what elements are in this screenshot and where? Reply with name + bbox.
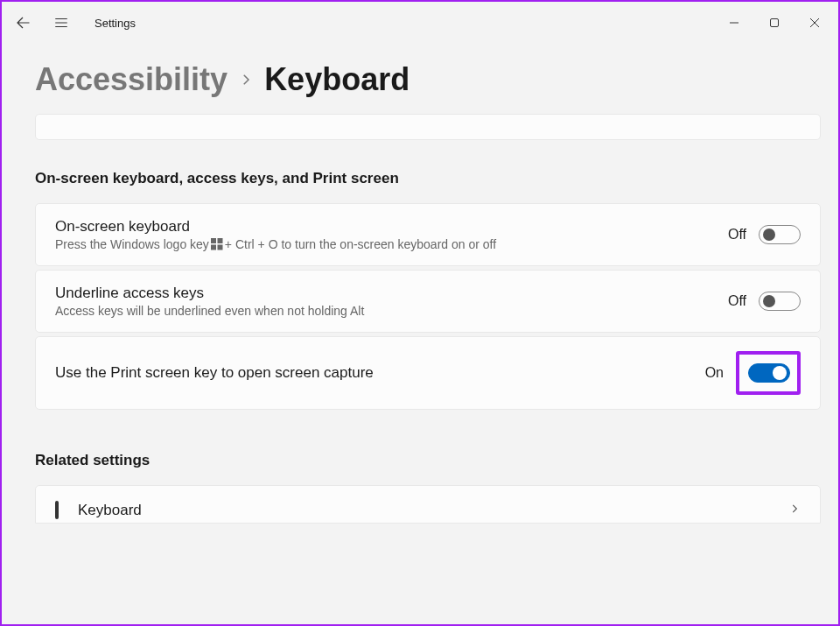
back-arrow-icon — [15, 15, 31, 31]
toggle-state-label: Off — [728, 227, 746, 243]
breadcrumb-parent[interactable]: Accessibility — [35, 61, 228, 98]
toggle-state-label: On — [705, 365, 724, 381]
breadcrumb: Accessibility Keyboard — [2, 44, 838, 107]
chevron-right-icon — [238, 72, 254, 88]
annotation-highlight — [736, 351, 801, 395]
svg-rect-1 — [211, 238, 216, 243]
window-close-button[interactable] — [794, 2, 835, 44]
setting-title: On-screen keyboard — [55, 218, 496, 236]
breadcrumb-current: Keyboard — [264, 61, 410, 98]
setting-description: Press the Windows logo key + Ctrl + O to… — [55, 237, 496, 251]
setting-description: Access keys will be underlined even when… — [55, 304, 364, 318]
hamburger-icon — [53, 15, 69, 31]
titlebar: Settings — [2, 2, 838, 44]
app-title: Settings — [94, 17, 136, 30]
close-icon — [809, 18, 820, 28]
content-area: On-screen keyboard, access keys, and Pri… — [2, 107, 838, 624]
setting-print-screen-capture: Use the Print screen key to open screen … — [35, 336, 821, 410]
window-minimize-button[interactable] — [714, 2, 754, 44]
related-setting-keyboard[interactable]: Keyboard — [35, 485, 821, 524]
window-maximize-button[interactable] — [754, 2, 794, 44]
previous-card-edge — [35, 114, 821, 140]
maximize-icon — [769, 18, 780, 28]
setting-title: Underline access keys — [55, 285, 364, 302]
related-setting-label: Keyboard — [78, 502, 142, 519]
back-button[interactable] — [5, 5, 40, 40]
setting-title: Use the Print screen key to open screen … — [55, 364, 374, 382]
svg-rect-4 — [217, 245, 222, 250]
setting-on-screen-keyboard: On-screen keyboard Press the Windows log… — [35, 203, 821, 266]
toggle-state-label: Off — [728, 293, 746, 309]
toggle-on-screen-keyboard[interactable] — [759, 225, 801, 244]
related-settings-header: Related settings — [35, 452, 821, 469]
windows-logo-icon — [211, 238, 223, 250]
section-header: On-screen keyboard, access keys, and Pri… — [35, 170, 821, 187]
toggle-print-screen-capture[interactable] — [748, 363, 790, 383]
svg-rect-2 — [217, 238, 222, 243]
chevron-right-icon — [788, 503, 801, 518]
keyboard-icon — [55, 503, 59, 518]
setting-underline-access-keys: Underline access keys Access keys will b… — [35, 270, 821, 333]
svg-rect-3 — [211, 245, 216, 250]
nav-menu-button[interactable] — [44, 5, 79, 40]
toggle-underline-access-keys[interactable] — [759, 292, 801, 311]
svg-rect-0 — [771, 19, 779, 27]
minimize-icon — [729, 18, 739, 28]
